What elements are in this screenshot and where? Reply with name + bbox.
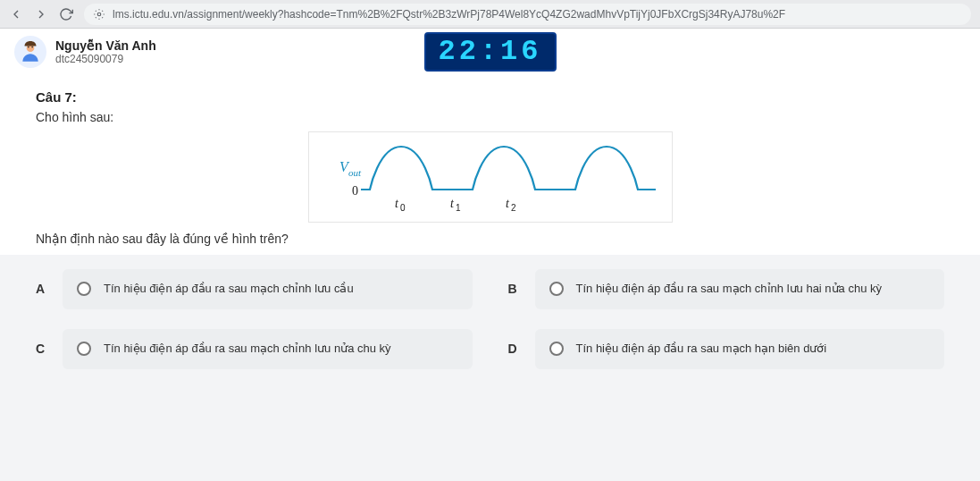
option-a: A Tín hiệu điện áp đầu ra sau mạch chỉnh…: [36, 269, 473, 309]
browser-bar: lms.ictu.edu.vn/assignment/weekly?hashco…: [0, 0, 980, 29]
user-block: Nguyễn Văn Anh dtc245090079: [55, 38, 156, 65]
countdown-timer: 22:16: [423, 32, 556, 71]
user-id: dtc245090079: [55, 53, 156, 65]
option-b: B Tín hiệu điện áp đầu ra sau mạch chỉnh…: [508, 269, 945, 309]
figure-container: V out 0 t0 t1 t2: [36, 131, 944, 223]
question-number: Câu 7:: [36, 89, 944, 105]
radio-icon: [549, 342, 564, 356]
svg-point-3: [31, 46, 33, 48]
option-text: Tín hiệu điện áp đầu ra sau mạch chỉnh l…: [576, 282, 883, 297]
waveform-figure: V out 0 t0 t1 t2: [308, 131, 673, 223]
page-header: Nguyễn Văn Anh dtc245090079 22:16: [0, 29, 980, 75]
svg-text:0: 0: [400, 203, 406, 213]
option-letter: A: [36, 282, 48, 296]
option-text: Tín hiệu điện áp đầu ra sau mạch chỉnh l…: [104, 342, 391, 357]
svg-text:t: t: [395, 197, 399, 210]
svg-text:1: 1: [456, 203, 461, 213]
option-letter: C: [36, 342, 48, 356]
option-a-body[interactable]: Tín hiệu điện áp đầu ra sau mạch chỉnh l…: [63, 269, 473, 309]
option-text: Tín hiệu điện áp đầu ra sau mạch hạn biê…: [576, 342, 827, 357]
avatar[interactable]: [14, 36, 46, 68]
svg-point-2: [28, 46, 29, 48]
question-followup: Nhận định nào sau đây là đúng về hình tr…: [36, 232, 944, 246]
svg-text:0: 0: [352, 184, 358, 198]
option-c-body[interactable]: Tín hiệu điện áp đầu ra sau mạch chỉnh l…: [63, 329, 473, 369]
svg-text:out: out: [348, 167, 362, 178]
option-d: D Tín hiệu điện áp đầu ra sau mạch hạn b…: [508, 329, 945, 369]
radio-icon: [77, 282, 91, 296]
question-prompt: Cho hình sau:: [36, 110, 944, 124]
svg-text:t: t: [506, 197, 510, 210]
options-grid: A Tín hiệu điện áp đầu ra sau mạch chỉnh…: [0, 255, 980, 384]
svg-text:2: 2: [511, 203, 516, 213]
option-text: Tín hiệu điện áp đầu ra sau mạch chỉnh l…: [104, 282, 354, 297]
option-letter: B: [508, 282, 521, 296]
svg-text:t: t: [450, 197, 455, 210]
forward-icon[interactable]: [34, 7, 48, 21]
option-d-body[interactable]: Tín hiệu điện áp đầu ra sau mạch hạn biê…: [535, 329, 945, 369]
radio-icon: [77, 342, 91, 356]
option-b-body[interactable]: Tín hiệu điện áp đầu ra sau mạch chỉnh l…: [535, 269, 945, 309]
option-letter: D: [508, 342, 521, 356]
back-icon[interactable]: [9, 7, 23, 21]
reload-icon[interactable]: [59, 7, 73, 21]
question-panel: Câu 7: Cho hình sau: V out 0 t0 t1 t2 Nh…: [0, 75, 980, 255]
url-text: lms.ictu.edu.vn/assignment/weekly?hashco…: [113, 8, 785, 21]
option-c: C Tín hiệu điện áp đầu ra sau mạch chỉnh…: [36, 329, 473, 369]
user-name: Nguyễn Văn Anh: [55, 38, 156, 53]
url-bar[interactable]: lms.ictu.edu.vn/assignment/weekly?hashco…: [84, 4, 971, 25]
svg-point-0: [97, 13, 101, 16]
site-settings-icon: [93, 8, 105, 21]
radio-icon: [549, 282, 564, 296]
